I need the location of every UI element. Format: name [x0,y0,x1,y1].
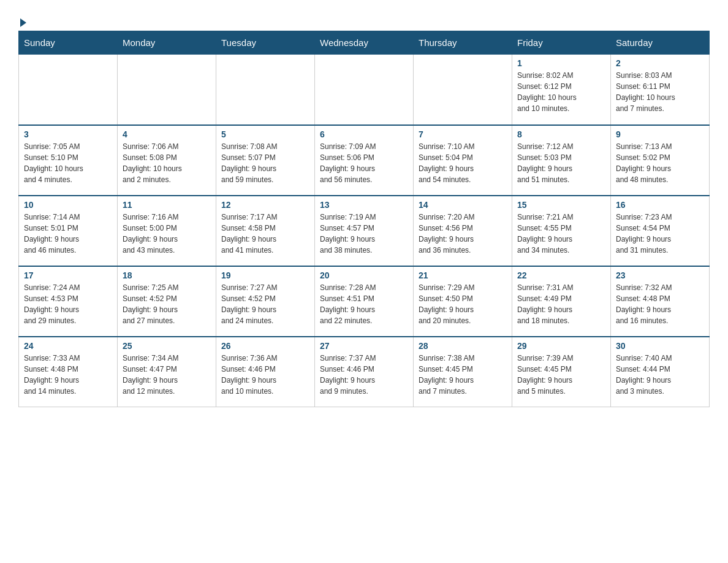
day-info: Sunrise: 7:16 AM Sunset: 5:00 PM Dayligh… [123,212,211,256]
day-info: Sunrise: 7:23 AM Sunset: 4:54 PM Dayligh… [616,212,704,256]
calendar-cell: 24Sunrise: 7:33 AM Sunset: 4:48 PM Dayli… [19,337,118,407]
day-number: 27 [320,341,408,351]
day-number: 30 [616,341,704,351]
day-number: 13 [320,200,408,210]
day-info: Sunrise: 7:40 AM Sunset: 4:44 PM Dayligh… [616,353,704,397]
calendar-cell: 28Sunrise: 7:38 AM Sunset: 4:45 PM Dayli… [414,337,512,407]
calendar-cell: 10Sunrise: 7:14 AM Sunset: 5:01 PM Dayli… [19,196,118,266]
calendar-header-sunday: Sunday [19,31,118,55]
day-info: Sunrise: 7:10 AM Sunset: 5:04 PM Dayligh… [419,141,507,185]
day-info: Sunrise: 8:03 AM Sunset: 6:11 PM Dayligh… [616,70,704,114]
calendar-cell: 16Sunrise: 7:23 AM Sunset: 4:54 PM Dayli… [611,196,710,266]
calendar-cell [216,55,315,125]
calendar-cell: 19Sunrise: 7:27 AM Sunset: 4:52 PM Dayli… [216,266,315,337]
logo [18,12,26,25]
calendar-cell: 25Sunrise: 7:34 AM Sunset: 4:47 PM Dayli… [118,337,216,407]
calendar-cell: 11Sunrise: 7:16 AM Sunset: 5:00 PM Dayli… [118,196,216,266]
day-info: Sunrise: 7:39 AM Sunset: 4:45 PM Dayligh… [517,353,605,397]
calendar-header-monday: Monday [118,31,216,55]
calendar-cell [414,55,512,125]
calendar-cell: 17Sunrise: 7:24 AM Sunset: 4:53 PM Dayli… [19,266,118,337]
calendar-week-row-4: 17Sunrise: 7:24 AM Sunset: 4:53 PM Dayli… [19,266,710,337]
day-info: Sunrise: 7:36 AM Sunset: 4:46 PM Dayligh… [221,353,309,397]
calendar-cell: 27Sunrise: 7:37 AM Sunset: 4:46 PM Dayli… [315,337,414,407]
calendar-cell: 30Sunrise: 7:40 AM Sunset: 4:44 PM Dayli… [611,337,710,407]
page-header [18,12,710,25]
calendar-cell: 7Sunrise: 7:10 AM Sunset: 5:04 PM Daylig… [414,125,512,196]
day-number: 2 [616,58,704,68]
calendar-header-thursday: Thursday [414,31,512,55]
calendar-week-row-5: 24Sunrise: 7:33 AM Sunset: 4:48 PM Dayli… [19,337,710,407]
calendar-cell: 18Sunrise: 7:25 AM Sunset: 4:52 PM Dayli… [118,266,216,337]
day-number: 14 [419,200,507,210]
calendar-week-row-2: 3Sunrise: 7:05 AM Sunset: 5:10 PM Daylig… [19,125,710,196]
day-number: 9 [616,129,704,139]
calendar-cell: 12Sunrise: 7:17 AM Sunset: 4:58 PM Dayli… [216,196,315,266]
day-info: Sunrise: 7:21 AM Sunset: 4:55 PM Dayligh… [517,212,605,256]
day-info: Sunrise: 7:28 AM Sunset: 4:51 PM Dayligh… [320,282,408,326]
day-info: Sunrise: 7:34 AM Sunset: 4:47 PM Dayligh… [123,353,211,397]
calendar-cell: 8Sunrise: 7:12 AM Sunset: 5:03 PM Daylig… [512,125,611,196]
calendar-cell: 2Sunrise: 8:03 AM Sunset: 6:11 PM Daylig… [611,55,710,125]
day-info: Sunrise: 7:14 AM Sunset: 5:01 PM Dayligh… [24,212,112,256]
calendar-week-row-1: 1Sunrise: 8:02 AM Sunset: 6:12 PM Daylig… [19,55,710,125]
calendar-table: SundayMondayTuesdayWednesdayThursdayFrid… [18,31,710,407]
day-info: Sunrise: 7:17 AM Sunset: 4:58 PM Dayligh… [221,212,309,256]
day-number: 21 [419,270,507,280]
logo-general [18,18,26,27]
day-number: 3 [24,129,112,139]
day-number: 7 [419,129,507,139]
calendar-cell: 15Sunrise: 7:21 AM Sunset: 4:55 PM Dayli… [512,196,611,266]
day-number: 11 [123,200,211,210]
day-number: 10 [24,200,112,210]
day-info: Sunrise: 7:27 AM Sunset: 4:52 PM Dayligh… [221,282,309,326]
calendar-header-friday: Friday [512,31,611,55]
day-number: 28 [419,341,507,351]
day-info: Sunrise: 7:33 AM Sunset: 4:48 PM Dayligh… [24,353,112,397]
day-info: Sunrise: 7:20 AM Sunset: 4:56 PM Dayligh… [419,212,507,256]
day-info: Sunrise: 7:13 AM Sunset: 5:02 PM Dayligh… [616,141,704,185]
day-info: Sunrise: 7:31 AM Sunset: 4:49 PM Dayligh… [517,282,605,326]
calendar-cell [118,55,216,125]
calendar-cell: 13Sunrise: 7:19 AM Sunset: 4:57 PM Dayli… [315,196,414,266]
day-info: Sunrise: 7:24 AM Sunset: 4:53 PM Dayligh… [24,282,112,326]
calendar-header-saturday: Saturday [611,31,710,55]
calendar-header-tuesday: Tuesday [216,31,315,55]
day-number: 16 [616,200,704,210]
day-info: Sunrise: 7:29 AM Sunset: 4:50 PM Dayligh… [419,282,507,326]
day-number: 23 [616,270,704,280]
calendar-cell: 9Sunrise: 7:13 AM Sunset: 5:02 PM Daylig… [611,125,710,196]
day-number: 18 [123,270,211,280]
day-number: 26 [221,341,309,351]
day-number: 1 [517,58,605,68]
calendar-cell: 1Sunrise: 8:02 AM Sunset: 6:12 PM Daylig… [512,55,611,125]
day-number: 8 [517,129,605,139]
day-info: Sunrise: 8:02 AM Sunset: 6:12 PM Dayligh… [517,70,605,114]
day-info: Sunrise: 7:06 AM Sunset: 5:08 PM Dayligh… [123,141,211,185]
calendar-cell: 29Sunrise: 7:39 AM Sunset: 4:45 PM Dayli… [512,337,611,407]
day-info: Sunrise: 7:38 AM Sunset: 4:45 PM Dayligh… [419,353,507,397]
day-number: 17 [24,270,112,280]
day-number: 12 [221,200,309,210]
day-number: 25 [123,341,211,351]
calendar-cell: 3Sunrise: 7:05 AM Sunset: 5:10 PM Daylig… [19,125,118,196]
day-number: 24 [24,341,112,351]
calendar-cell: 22Sunrise: 7:31 AM Sunset: 4:49 PM Dayli… [512,266,611,337]
calendar-cell: 5Sunrise: 7:08 AM Sunset: 5:07 PM Daylig… [216,125,315,196]
day-number: 29 [517,341,605,351]
calendar-header-wednesday: Wednesday [315,31,414,55]
day-number: 6 [320,129,408,139]
day-number: 4 [123,129,211,139]
day-info: Sunrise: 7:05 AM Sunset: 5:10 PM Dayligh… [24,141,112,185]
day-number: 5 [221,129,309,139]
calendar-cell [19,55,118,125]
calendar-cell: 23Sunrise: 7:32 AM Sunset: 4:48 PM Dayli… [611,266,710,337]
calendar-cell [315,55,414,125]
day-number: 20 [320,270,408,280]
calendar-week-row-3: 10Sunrise: 7:14 AM Sunset: 5:01 PM Dayli… [19,196,710,266]
calendar-cell: 14Sunrise: 7:20 AM Sunset: 4:56 PM Dayli… [414,196,512,266]
calendar-cell: 20Sunrise: 7:28 AM Sunset: 4:51 PM Dayli… [315,266,414,337]
day-number: 22 [517,270,605,280]
calendar-header-row: SundayMondayTuesdayWednesdayThursdayFrid… [19,31,710,55]
day-number: 19 [221,270,309,280]
